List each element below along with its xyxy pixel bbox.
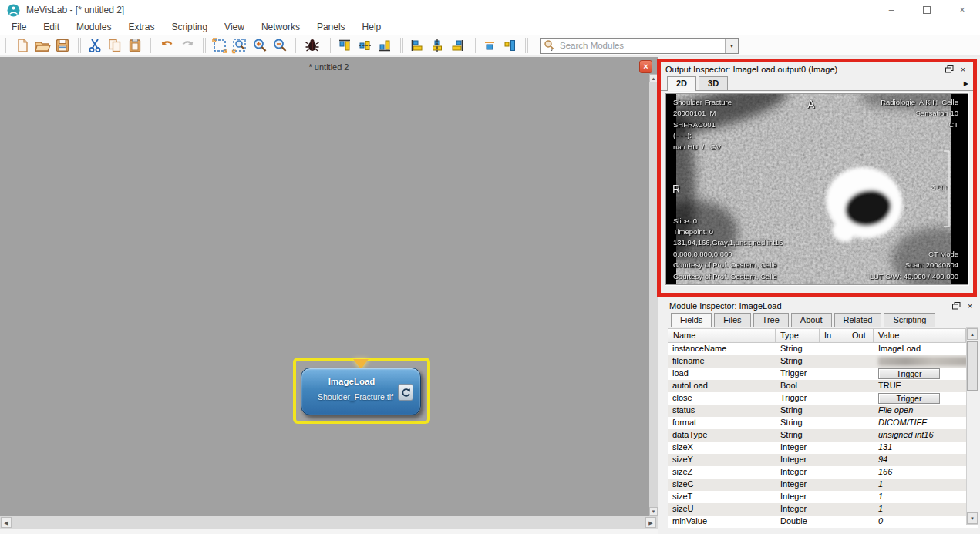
field-type: Integer xyxy=(776,491,820,503)
network-canvas[interactable]: * untitled 2 × ▲ ▼ xyxy=(0,57,658,516)
field-out xyxy=(847,491,874,503)
scroll-right-icon[interactable]: ▶ xyxy=(645,517,656,528)
menu-panels[interactable]: Panels xyxy=(308,20,354,35)
field-value: File open xyxy=(874,405,966,417)
copy-button[interactable] xyxy=(105,36,125,55)
menu-edit[interactable]: Edit xyxy=(35,20,68,35)
table-row[interactable]: formatStringDICOM/TIFF xyxy=(668,417,978,429)
new-file-button[interactable] xyxy=(12,36,32,55)
menu-modules[interactable]: Modules xyxy=(68,20,120,35)
scroll-up-icon[interactable]: ▲ xyxy=(967,328,978,340)
redo-button[interactable] xyxy=(177,36,197,55)
module-inspector-titlebar: Module Inspector: ImageLoad × xyxy=(665,299,980,312)
align-bottom-button[interactable] xyxy=(375,36,395,55)
align-horizontal-center-button[interactable] xyxy=(427,36,447,55)
table-row[interactable]: sizeZInteger166 xyxy=(668,466,978,479)
node-reload-button[interactable] xyxy=(398,384,413,401)
menu-file[interactable]: File xyxy=(3,20,35,35)
paste-button[interactable] xyxy=(125,36,145,55)
tab-3d[interactable]: 3D xyxy=(699,76,728,90)
table-row[interactable]: statusStringFile open xyxy=(668,405,978,417)
table-row[interactable]: instanceNameStringImageLoad xyxy=(668,343,978,355)
field-in xyxy=(820,503,847,516)
column-header-out[interactable]: Out xyxy=(847,328,874,343)
search-modules-input[interactable] xyxy=(557,41,725,50)
align-left-button[interactable] xyxy=(407,36,427,55)
distribute-horizontal-button[interactable] xyxy=(480,36,500,55)
ct-2d-viewer[interactable]: Shoulder Fracture20000101 MSHFRAC001(- -… xyxy=(665,93,968,285)
tab-about[interactable]: About xyxy=(791,313,832,327)
zoom-out-button[interactable] xyxy=(270,36,290,55)
column-header-name[interactable]: Name xyxy=(668,328,776,343)
zoom-in-button[interactable] xyxy=(250,36,270,55)
table-row[interactable]: sizeYInteger94 xyxy=(668,454,978,466)
table-row[interactable]: dataTypeStringunsigned int16 xyxy=(668,429,978,442)
table-row[interactable]: sizeTInteger1 xyxy=(668,491,978,503)
undo-button[interactable] xyxy=(157,36,177,55)
network-close-button[interactable]: × xyxy=(639,60,652,73)
field-in xyxy=(820,343,847,355)
scroll-left-icon[interactable]: ◀ xyxy=(1,517,12,528)
fit-view-button[interactable] xyxy=(210,36,230,55)
float-panel-icon[interactable] xyxy=(944,64,955,74)
scrollbar-thumb[interactable] xyxy=(967,341,978,391)
field-in xyxy=(820,405,847,417)
scroll-up-icon[interactable]: ▲ xyxy=(649,74,658,82)
tab-fields[interactable]: Fields xyxy=(671,313,712,327)
canvas-vertical-scrollbar[interactable]: ▲ ▼ xyxy=(649,74,658,516)
table-row[interactable]: minValueDouble0 xyxy=(668,516,978,528)
field-name: filename xyxy=(668,355,776,368)
search-dropdown-button[interactable]: ▼ xyxy=(725,39,738,53)
cut-button[interactable] xyxy=(85,36,105,55)
table-row[interactable]: filenameString xyxy=(668,355,978,368)
align-vertical-center-button[interactable] xyxy=(355,36,375,55)
menu-extras[interactable]: Extras xyxy=(120,20,163,35)
trigger-button[interactable]: Trigger xyxy=(878,393,940,404)
minimize-button[interactable]: – xyxy=(874,0,909,20)
float-panel-icon[interactable] xyxy=(951,301,961,311)
table-row[interactable]: sizeXInteger131 xyxy=(668,442,978,454)
menu-networks[interactable]: Networks xyxy=(253,20,308,35)
menu-scripting[interactable]: Scripting xyxy=(163,20,216,35)
debug-button[interactable] xyxy=(302,36,322,55)
trigger-button[interactable]: Trigger xyxy=(878,368,940,379)
align-right-button[interactable] xyxy=(447,36,467,55)
menu-help[interactable]: Help xyxy=(354,20,390,35)
module-inspector-panel: Module Inspector: ImageLoad × Fields Fil… xyxy=(665,299,980,534)
close-panel-icon[interactable]: × xyxy=(958,64,968,74)
maximize-button[interactable] xyxy=(909,0,945,20)
tab-related[interactable]: Related xyxy=(834,313,882,327)
field-value: 1 xyxy=(874,503,966,516)
table-row[interactable]: autoLoadBoolTRUE xyxy=(668,380,978,392)
open-file-button[interactable] xyxy=(32,36,52,55)
menu-view[interactable]: View xyxy=(216,20,253,35)
table-row[interactable]: sizeUInteger1 xyxy=(668,503,978,516)
tab-tree[interactable]: Tree xyxy=(753,313,789,327)
field-name: dataType xyxy=(668,429,776,442)
align-top-button[interactable] xyxy=(335,36,355,55)
zoom-selection-button[interactable] xyxy=(230,36,250,55)
canvas-horizontal-scrollbar[interactable]: ◀ ▶ xyxy=(0,516,658,529)
scroll-down-icon[interactable]: ▼ xyxy=(967,512,978,524)
column-header-in[interactable]: In xyxy=(820,328,847,343)
close-panel-icon[interactable]: × xyxy=(965,301,975,311)
tab-scripting[interactable]: Scripting xyxy=(884,313,935,327)
close-button[interactable]: × xyxy=(945,0,980,20)
table-row[interactable]: loadTriggerTrigger xyxy=(668,368,978,380)
scroll-down-icon[interactable]: ▼ xyxy=(649,507,658,516)
imageload-node[interactable]: ImageLoad Shoulder_Fracture.tif xyxy=(301,368,421,415)
tab-overflow-icon[interactable]: ▶ xyxy=(964,80,968,87)
tab-files[interactable]: Files xyxy=(714,313,750,327)
tab-2d[interactable]: 2D xyxy=(667,76,696,91)
align-right-icon xyxy=(450,38,465,53)
output-inspector-title: Output Inspector: ImageLoad.output0 (Ima… xyxy=(665,65,941,74)
column-header-value[interactable]: Value xyxy=(874,328,966,343)
table-row[interactable]: closeTriggerTrigger xyxy=(668,392,978,405)
distribute-vertical-button[interactable] xyxy=(500,36,520,55)
save-file-button[interactable] xyxy=(52,36,72,55)
field-in xyxy=(820,380,847,392)
column-header-type[interactable]: Type xyxy=(776,328,820,343)
table-row[interactable]: sizeCInteger1 xyxy=(668,479,978,491)
new-file-icon xyxy=(15,38,30,53)
table-vertical-scrollbar[interactable]: ▲ ▼ xyxy=(966,327,978,525)
